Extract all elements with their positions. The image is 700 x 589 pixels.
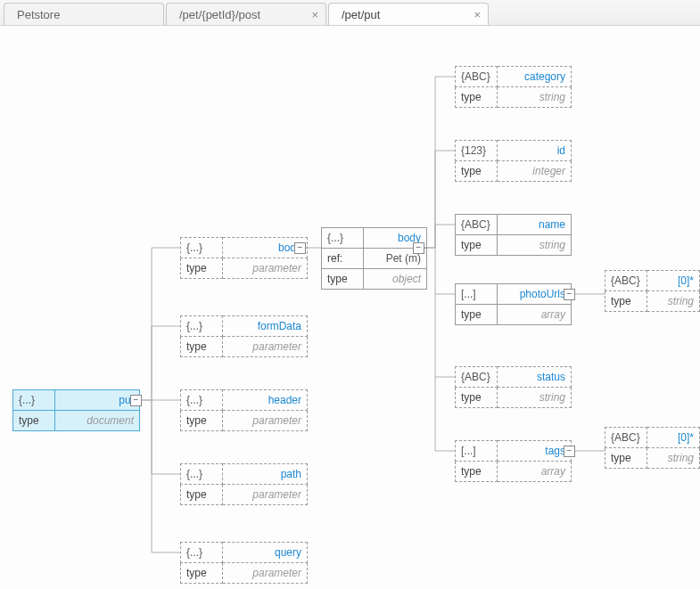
node-title: path: [223, 464, 308, 485]
tab-pet-post[interactable]: /pet/{petId}/post ×: [166, 3, 326, 25]
node-photourls[interactable]: [...]photoUrlstypearray: [455, 283, 572, 325]
tab-bar: Petstore /pet/{petId}/post × /pet/put ×: [0, 0, 700, 26]
node-prop-key: ref:: [322, 249, 364, 269]
node-tags[interactable]: [...]tagstypearray: [455, 440, 572, 482]
type-icon: {...}: [322, 228, 364, 249]
node-prop-key: type: [181, 485, 223, 505]
node-title: formData: [223, 316, 308, 337]
collapse-toggle[interactable]: −: [294, 242, 306, 254]
node-prop-val: string: [646, 291, 699, 312]
type-icon: {ABC}: [456, 367, 498, 388]
node-prop-val: parameter: [223, 337, 308, 357]
type-icon: {...}: [181, 390, 223, 411]
node-prop-val: parameter: [223, 485, 308, 505]
node-prop-val: array: [498, 305, 572, 325]
node-prop-key: type: [456, 388, 498, 408]
node-prop-val: string: [498, 388, 572, 408]
node-prop-key: type: [456, 235, 498, 256]
close-icon[interactable]: ×: [474, 8, 481, 21]
node-title: put: [55, 390, 140, 411]
node-prop-val: array: [498, 462, 572, 482]
node-prop-val: parameter: [223, 411, 308, 431]
node-tags-item[interactable]: {ABC}[0]*typestring: [605, 427, 700, 469]
tab-label: Petstore: [17, 8, 60, 21]
node-param-path[interactable]: {...}pathtypeparameter: [180, 463, 308, 505]
node-param-query[interactable]: {...}querytypeparameter: [180, 542, 308, 584]
node-prop-val: parameter: [223, 563, 308, 584]
node-prop-val: string: [498, 87, 572, 108]
node-prop-key: type: [456, 305, 498, 325]
node-title: query: [223, 543, 308, 563]
type-icon: [...]: [456, 441, 498, 462]
tab-label: /pet/{petId}/post: [179, 8, 260, 21]
tab-pet-put[interactable]: /pet/put ×: [328, 3, 489, 25]
node-title: header: [223, 390, 308, 411]
connector-lines: [0, 26, 700, 589]
node-param-body[interactable]: {...}bodytypeparameter: [180, 237, 308, 279]
node-param-header[interactable]: {...}headertypeparameter: [180, 389, 308, 431]
node-prop-key: type: [605, 291, 647, 312]
close-icon[interactable]: ×: [311, 8, 318, 21]
node-title: name: [498, 215, 572, 235]
collapse-toggle[interactable]: −: [130, 395, 142, 406]
node-title: status: [498, 367, 572, 388]
node-category[interactable]: {ABC}categorytypestring: [455, 66, 572, 108]
type-icon: {ABC}: [456, 215, 498, 235]
type-icon: {ABC}: [605, 428, 647, 448]
node-prop-key: type: [13, 411, 55, 431]
node-prop-key: type: [456, 462, 498, 482]
node-prop-val: object: [364, 269, 427, 290]
node-status[interactable]: {ABC}statustypestring: [455, 366, 572, 408]
node-photourls-item[interactable]: {ABC}[0]*typestring: [605, 270, 700, 312]
type-icon: {ABC}: [456, 67, 498, 87]
type-icon: {ABC}: [605, 271, 647, 291]
node-prop-key: type: [181, 411, 223, 431]
node-title: tags: [498, 441, 572, 462]
node-prop-val: integer: [498, 161, 572, 182]
collapse-toggle[interactable]: −: [413, 242, 424, 254]
node-title: category: [498, 67, 572, 87]
node-prop-key: type: [456, 161, 498, 182]
node-prop-key: type: [181, 563, 223, 584]
diagram-canvas[interactable]: {...}puttypedocument − {...}bodytypepara…: [0, 26, 700, 589]
node-prop-val: string: [498, 235, 572, 256]
node-prop-key: type: [456, 87, 498, 108]
type-icon: {...}: [181, 238, 223, 258]
node-put[interactable]: {...}puttypedocument: [12, 389, 140, 431]
node-prop-val: document: [55, 411, 140, 431]
node-prop-val: parameter: [223, 258, 308, 279]
collapse-toggle[interactable]: −: [564, 446, 575, 457]
node-param-formdata[interactable]: {...}formDatatypeparameter: [180, 315, 308, 357]
type-icon: {...}: [181, 464, 223, 485]
node-prop-key: type: [605, 448, 647, 469]
node-body[interactable]: {...}bodyref:Pet (m)typeobject: [321, 227, 427, 290]
type-icon: {...}: [13, 390, 55, 411]
node-prop-val: string: [646, 448, 699, 469]
collapse-toggle[interactable]: −: [564, 289, 575, 300]
node-name[interactable]: {ABC}nametypestring: [455, 214, 572, 256]
node-prop-key: type: [181, 337, 223, 357]
node-id[interactable]: {123}idtypeinteger: [455, 140, 572, 182]
type-icon: {...}: [181, 543, 223, 563]
node-prop-key: type: [181, 258, 223, 279]
type-icon: {...}: [181, 316, 223, 337]
node-prop-key: type: [322, 269, 364, 290]
node-title: [0]*: [646, 271, 699, 291]
tab-petstore[interactable]: Petstore: [4, 3, 164, 25]
node-title: [0]*: [646, 428, 699, 448]
node-title: id: [498, 141, 572, 161]
type-icon: {123}: [456, 141, 498, 161]
type-icon: [...]: [456, 284, 498, 305]
tab-label: /pet/put: [342, 8, 380, 21]
node-title: photoUrls: [498, 284, 572, 305]
